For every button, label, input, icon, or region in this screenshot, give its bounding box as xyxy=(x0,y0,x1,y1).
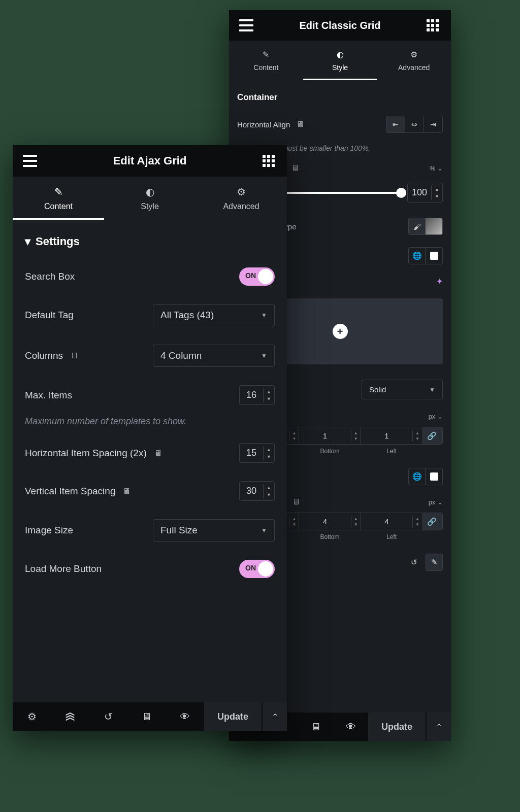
image-size-label: Image Size xyxy=(25,525,73,536)
max-items-input[interactable]: ▲▼ xyxy=(239,385,275,405)
desktop-icon[interactable]: 🖥 xyxy=(70,351,78,360)
panel-title: Edit Ajax Grid xyxy=(113,154,187,167)
preview-icon[interactable]: 👁 xyxy=(334,721,369,733)
plus-icon: + xyxy=(333,324,348,339)
default-tag-label: Default Tag xyxy=(25,310,74,321)
gear-icon: ⚙ xyxy=(237,186,246,198)
global-color-button[interactable]: 🌐 xyxy=(408,468,426,485)
panel-title: Edit Classic Grid xyxy=(299,20,380,31)
columns-label: Columns xyxy=(25,350,63,361)
history-icon[interactable]: ↺ xyxy=(89,710,127,723)
footer: ⚙ ↺ 🖥 👁 Update ⌃ xyxy=(13,702,287,731)
preview-icon[interactable]: 👁 xyxy=(166,710,204,723)
desktop-icon[interactable]: 🖥 xyxy=(291,163,299,173)
responsive-icon[interactable]: 🖥 xyxy=(127,710,166,723)
ai-icon[interactable]: ✦ xyxy=(436,277,443,286)
link-values-button[interactable]: 🔗 xyxy=(422,427,442,444)
color-swatch-button[interactable] xyxy=(426,468,443,485)
contrast-icon: ◐ xyxy=(337,50,344,59)
section-settings[interactable]: ▾Settings xyxy=(25,220,275,258)
tab-advanced[interactable]: ⚙Advanced xyxy=(377,41,451,80)
tabs: ✎Content ◐Style ⚙Advanced xyxy=(229,41,451,80)
bg-gradient-button[interactable] xyxy=(426,218,443,235)
desktop-icon[interactable]: 🖥 xyxy=(154,449,162,458)
load-more-label: Load More Button xyxy=(25,563,102,574)
navigator-icon[interactable] xyxy=(51,710,89,723)
tab-advanced[interactable]: ⚙Advanced xyxy=(196,177,287,220)
tab-content[interactable]: ✎Content xyxy=(13,177,104,220)
pencil-icon: ✎ xyxy=(263,50,269,59)
menu-icon[interactable] xyxy=(239,19,253,31)
bg-classic-button[interactable]: 🖌 xyxy=(408,218,426,235)
panel-body: ▾Settings Search Box ON Default Tag All … xyxy=(13,220,287,702)
header: Edit Ajax Grid xyxy=(13,145,287,177)
update-button[interactable]: Update xyxy=(204,702,262,731)
radius-bottom-input[interactable] xyxy=(299,513,350,530)
border-type-select[interactable]: Solid▼ xyxy=(362,380,443,399)
h-spacing-label: Horizontal Item Spacing (2x) xyxy=(25,448,147,459)
pencil-icon: ✎ xyxy=(54,186,63,198)
load-more-toggle[interactable]: ON xyxy=(239,560,275,578)
menu-icon[interactable] xyxy=(23,155,37,167)
color-swatch-button[interactable] xyxy=(426,247,443,264)
link-values-button[interactable]: 🔗 xyxy=(422,513,442,530)
border-left-input[interactable] xyxy=(361,427,412,444)
tabs: ✎Content ◐Style ⚙Advanced xyxy=(13,177,287,220)
default-tag-select[interactable]: All Tags (43)▼ xyxy=(153,304,275,326)
update-button[interactable]: Update xyxy=(368,713,426,741)
desktop-icon[interactable]: 🖥 xyxy=(122,487,131,496)
desktop-icon[interactable]: 🖥 xyxy=(296,120,304,129)
contrast-icon: ◐ xyxy=(146,186,154,198)
align-segmented: ⇤ ⇔ ⇥ xyxy=(386,116,443,133)
gear-icon: ⚙ xyxy=(410,50,417,59)
tab-style[interactable]: ◐Style xyxy=(104,177,196,220)
columns-select[interactable]: 4 Column▼ xyxy=(153,345,275,367)
caret-down-icon: ▾ xyxy=(25,235,30,248)
publish-options-button[interactable]: ⌃ xyxy=(427,713,451,741)
tab-content[interactable]: ✎Content xyxy=(229,41,303,80)
search-box-toggle[interactable]: ON xyxy=(239,267,275,286)
radius-unit[interactable]: px ⌄ xyxy=(429,498,443,506)
tab-style[interactable]: ◐Style xyxy=(303,41,377,80)
max-items-hint: Maximum number of templates to show. xyxy=(25,414,275,434)
responsive-icon[interactable]: 🖥 xyxy=(299,721,334,733)
align-center-button[interactable]: ⇔ xyxy=(405,116,424,132)
col-width-input[interactable]: ▲▼ xyxy=(407,183,443,202)
border-width-unit[interactable]: px ⌄ xyxy=(429,413,443,420)
section-container[interactable]: Container xyxy=(237,80,443,108)
apps-icon[interactable] xyxy=(427,19,441,31)
publish-options-button[interactable]: ⌃ xyxy=(263,702,287,731)
h-align-label: Horizontal Align🖥 xyxy=(237,120,304,129)
global-color-button[interactable]: 🌐 xyxy=(408,247,426,264)
max-items-label: Max. Items xyxy=(25,390,72,401)
image-size-select[interactable]: Full Size▼ xyxy=(153,519,275,542)
search-box-label: Search Box xyxy=(25,271,75,282)
ajax-grid-panel: Edit Ajax Grid ✎Content ◐Style ⚙Advanced… xyxy=(13,145,287,731)
unit-select[interactable]: % ⌄ xyxy=(430,164,443,172)
h-spacing-input[interactable]: ▲▼ xyxy=(239,443,275,463)
align-left-button[interactable]: ⇤ xyxy=(386,116,405,132)
header: Edit Classic Grid xyxy=(229,10,451,41)
v-spacing-input[interactable]: ▲▼ xyxy=(239,481,275,501)
align-right-button[interactable]: ⇥ xyxy=(424,116,442,132)
apps-icon[interactable] xyxy=(263,155,277,167)
desktop-icon[interactable]: 🖥 xyxy=(292,497,300,506)
radius-left-input[interactable] xyxy=(361,513,412,530)
v-spacing-label: Vertical Item Spacing xyxy=(25,486,115,497)
edit-shadow-button[interactable]: ✎ xyxy=(426,554,443,571)
border-bottom-input[interactable] xyxy=(299,427,350,444)
reset-button[interactable]: ↺ xyxy=(405,554,422,571)
settings-icon[interactable]: ⚙ xyxy=(13,710,51,723)
